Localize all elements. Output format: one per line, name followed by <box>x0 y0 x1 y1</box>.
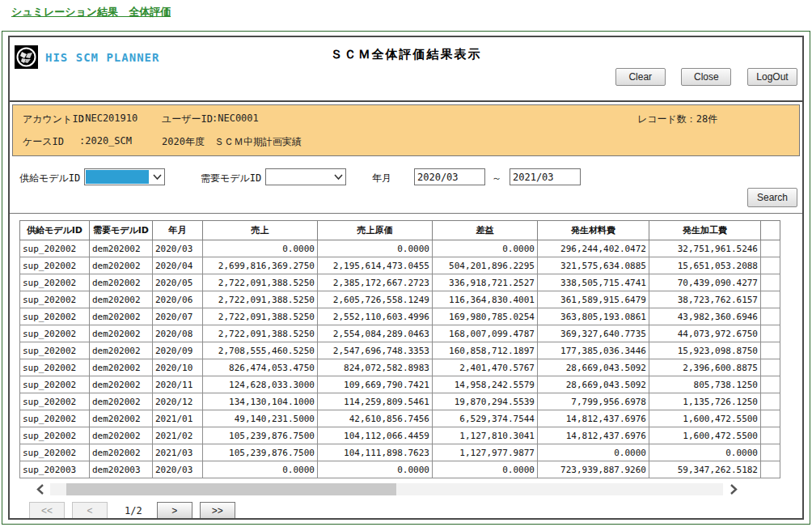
table-row[interactable]: sup_202002dem2020022021/0149,140,231.500… <box>20 410 780 427</box>
table-cell: 2,195,614,473.0455 <box>318 257 433 274</box>
table-cell: 19,870,294.5539 <box>433 393 538 410</box>
table-cell: dem202002 <box>90 444 153 461</box>
logout-button[interactable]: LogOut <box>747 68 797 86</box>
table-cell: 0.0000 <box>433 240 538 257</box>
column-header-spacer <box>761 221 780 240</box>
table-row[interactable]: sup_202002dem2020022020/052,722,091,388.… <box>20 274 780 291</box>
first-page-button[interactable]: << <box>29 502 65 520</box>
table-cell: 363,805,193.0861 <box>538 308 649 325</box>
table-cell: 49,140,231.5000 <box>203 410 318 427</box>
table-row[interactable]: sup_202002dem2020022020/042,699,816,369.… <box>20 257 780 274</box>
prev-page-button[interactable]: < <box>72 502 108 520</box>
supply-model-label: 供給モデルID <box>19 172 80 185</box>
scroll-right-icon[interactable] <box>723 482 744 496</box>
scroll-track[interactable] <box>50 483 723 495</box>
table-cell: 1,600,472.5500 <box>649 410 761 427</box>
table-cell-spacer <box>761 308 780 325</box>
supply-model-select[interactable] <box>84 168 165 185</box>
table-cell: 2,722,091,388.5250 <box>203 308 318 325</box>
table-row[interactable]: sup_202002dem2020022020/030.00000.00000.… <box>20 240 780 257</box>
table-cell: 14,958,242.5579 <box>433 376 538 393</box>
table-cell: 43,982,360.6946 <box>649 308 761 325</box>
table-cell: 2,605,726,558.1249 <box>318 291 433 308</box>
table-row[interactable]: sup_202002dem2020022020/092,708,555,460.… <box>20 342 780 359</box>
info-bar-wrap: アカウントID :NEC201910 ユーザーID :NEC0001 レコード数… <box>10 102 802 159</box>
table-cell: 2020/11 <box>153 376 203 393</box>
table-cell-spacer <box>761 461 780 478</box>
yearmonth-from-input[interactable] <box>414 168 485 185</box>
column-header: 需要モデルID <box>90 221 153 240</box>
table-cell-spacer <box>761 240 780 257</box>
chevron-down-icon <box>331 169 345 185</box>
table-cell: sup_202002 <box>20 325 90 342</box>
table-cell-spacer <box>761 359 780 376</box>
table-row[interactable]: sup_202003dem2020032020/030.00000.00000.… <box>20 461 780 478</box>
table-cell-spacer <box>761 291 780 308</box>
table-cell: 826,474,053.4750 <box>203 359 318 376</box>
demand-model-label: 需要モデルID <box>201 172 261 185</box>
table-cell-spacer <box>761 342 780 359</box>
table-cell: 2,385,172,667.2723 <box>318 274 433 291</box>
table-body: sup_202002dem2020022020/030.00000.00000.… <box>20 240 780 478</box>
search-button[interactable]: Search <box>747 188 797 207</box>
scroll-thumb[interactable] <box>66 483 396 495</box>
table-cell: dem202002 <box>90 342 153 359</box>
table-cell: 1,127,810.3041 <box>433 427 538 444</box>
table-cell: sup_202002 <box>20 257 90 274</box>
table-cell: 14,812,437.6976 <box>538 427 649 444</box>
table-cell: 32,751,961.5246 <box>649 240 761 257</box>
table-row[interactable]: sup_202002dem2020022021/02105,239,876.75… <box>20 427 780 444</box>
table-cell: 124,628,033.3000 <box>203 376 318 393</box>
table-cell: dem202003 <box>90 461 153 478</box>
table-cell: dem202002 <box>90 240 153 257</box>
range-separator: ～ <box>492 172 501 185</box>
table-row[interactable]: sup_202002dem2020022020/062,722,091,388.… <box>20 291 780 308</box>
table-row[interactable]: sup_202002dem2020022020/10826,474,053.47… <box>20 359 780 376</box>
demand-model-selected-value <box>267 170 330 184</box>
column-header: 差益 <box>433 221 538 240</box>
header-buttons: Clear Close LogOut <box>607 68 797 86</box>
account-id-label: アカウントID <box>23 113 84 126</box>
table-cell: 2020/06 <box>153 291 203 308</box>
table-cell: 15,923,098.8750 <box>649 342 761 359</box>
page-title: ＳＣＭ全体評価結果表示 <box>10 47 802 62</box>
table-cell: dem202002 <box>90 274 153 291</box>
table-cell-spacer <box>761 257 780 274</box>
table-row[interactable]: sup_202002dem2020022020/12134,130,104.10… <box>20 393 780 410</box>
table-cell: 0.0000 <box>203 461 318 478</box>
table-cell: dem202002 <box>90 325 153 342</box>
h-scrollbar[interactable] <box>29 482 744 496</box>
table-cell: 1,135,726.1250 <box>649 393 761 410</box>
table-cell: 6,529,374.7544 <box>433 410 538 427</box>
table-row[interactable]: sup_202002dem2020022021/03105,239,876.75… <box>20 444 780 461</box>
table-row[interactable]: sup_202002dem2020022020/072,722,091,388.… <box>20 308 780 325</box>
table-row[interactable]: sup_202002dem2020022020/082,722,091,388.… <box>20 325 780 342</box>
table-cell: 0.0000 <box>203 240 318 257</box>
table-cell: 0.0000 <box>649 444 761 461</box>
table-cell: 2021/02 <box>153 427 203 444</box>
column-header: 発生加工費 <box>649 221 761 240</box>
next-page-button[interactable]: > <box>157 502 192 520</box>
table-cell: 105,239,876.7500 <box>203 427 318 444</box>
last-page-button[interactable]: >> <box>200 502 235 520</box>
yearmonth-to-input[interactable] <box>510 168 581 185</box>
table-cell: 0.0000 <box>318 240 433 257</box>
breadcrumb-link[interactable]: シュミレーション結果 全体評価 <box>11 5 171 19</box>
table-cell: 336,918,721.2527 <box>433 274 538 291</box>
close-button[interactable]: Close <box>681 68 731 86</box>
app-window: HIS SCM PLANNER ＳＣＭ全体評価結果表示 Clear Close … <box>2 31 810 525</box>
table-cell: 2020/10 <box>153 359 203 376</box>
table-cell: 109,669,790.7421 <box>318 376 433 393</box>
table-cell: 15,651,053.2088 <box>649 257 761 274</box>
demand-model-select[interactable] <box>265 168 346 185</box>
scroll-left-icon[interactable] <box>29 482 50 496</box>
clear-button[interactable]: Clear <box>615 68 666 86</box>
column-header: 発生材料費 <box>538 221 649 240</box>
table-cell: 0.0000 <box>318 461 433 478</box>
column-header: 年月 <box>153 221 203 240</box>
table-row[interactable]: sup_202002dem2020022020/11124,628,033.30… <box>20 376 780 393</box>
user-id-label: ユーザーID <box>162 113 213 126</box>
table-cell: sup_202002 <box>20 291 90 308</box>
yearmonth-label: 年月 <box>372 172 391 185</box>
case-name: 2020年度 ＳＣＭ中期計画実績 <box>162 135 302 149</box>
